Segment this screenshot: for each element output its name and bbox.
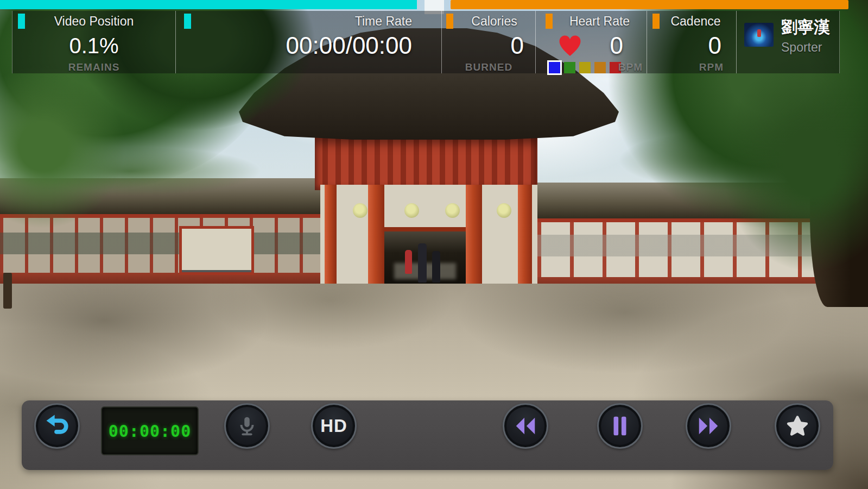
shrine-gate (320, 185, 537, 292)
panel-user: 劉寧漢 Sporter (736, 11, 840, 73)
panel-crest (497, 203, 511, 218)
hr-zone-square-2 (564, 62, 575, 73)
heart-rate-value: 0 (610, 33, 623, 59)
heart-icon (556, 33, 584, 59)
video-position-value: 0.1% (12, 34, 175, 58)
cadence-sub: RPM (699, 61, 724, 73)
hr-zone-square-3 (579, 62, 591, 73)
pause-button[interactable] (597, 403, 643, 449)
playback-control-bar: 00:00:00 HD (22, 400, 833, 470)
star-icon (785, 413, 810, 438)
gate-pillar (518, 185, 532, 292)
panel-cadence: Cadence 0 RPM (647, 11, 737, 73)
time-rate-label: Time Rate (355, 14, 412, 29)
person (432, 251, 440, 283)
user-avatar (744, 23, 774, 47)
heart-rate-label: Heart Rate (552, 14, 647, 29)
progress-bar-orange (451, 0, 848, 9)
panel-heart-rate: Heart Rate 0 BPM (535, 11, 647, 73)
heart-rate-sub: BPM (618, 61, 643, 73)
notice-board (179, 226, 254, 275)
calories-sub: BURNED (442, 61, 536, 73)
stats-overlay-bar: Video Position 0.1% REMAINS Time Rate 00… (12, 11, 840, 73)
hr-zone-scale (549, 62, 621, 73)
workout-timer: 00:00:00 (101, 406, 199, 455)
person (418, 243, 427, 283)
pause-icon (607, 413, 632, 438)
panel-crest (353, 203, 368, 218)
gate-pillar (325, 185, 337, 292)
person (405, 250, 412, 274)
fast-forward-icon (696, 413, 721, 438)
gate-pillar (368, 185, 384, 292)
calories-value: 0 (511, 33, 524, 59)
hd-quality-button[interactable]: HD (311, 403, 357, 449)
back-icon (43, 412, 71, 440)
foliage-right (722, 54, 868, 272)
video-position-sub: REMAINS (12, 61, 175, 73)
workout-timer-value: 00:00:00 (109, 422, 192, 441)
cadence-value: 0 (708, 33, 721, 59)
gate-pillar (466, 185, 482, 292)
back-button[interactable] (34, 403, 80, 449)
video-position-label: Video Position (12, 14, 175, 29)
workout-video-screen: Video Position 0.1% REMAINS Time Rate 00… (0, 0, 868, 489)
mic-icon (235, 413, 259, 438)
progress-bar-cyan (0, 0, 417, 9)
cadence-label: Cadence (655, 14, 737, 29)
mic-button[interactable] (224, 403, 270, 449)
hr-zone-square-4 (594, 62, 606, 73)
hr-zone-square-1 (549, 62, 560, 73)
hd-label: HD (320, 416, 347, 436)
stone-post (3, 273, 12, 309)
panel-video-position: Video Position 0.1% REMAINS (12, 11, 175, 73)
time-rate-value: 00:00/00:00 (286, 33, 412, 59)
gate-upper-storey (315, 136, 537, 190)
cyan-marker (184, 14, 191, 29)
user-name: 劉寧漢 (781, 16, 830, 39)
panel-calories: Calories 0 BURNED (441, 11, 536, 73)
panel-time-rate: Time Rate 00:00/00:00 (175, 11, 442, 73)
favorite-button[interactable] (775, 403, 820, 449)
panel-crest (445, 203, 460, 218)
calories-label: Calories (453, 14, 536, 29)
rewind-icon (513, 413, 538, 438)
panel-crest (404, 203, 419, 218)
user-role: Sporter (781, 40, 822, 55)
rewind-button[interactable] (503, 403, 548, 449)
fast-forward-button[interactable] (686, 403, 731, 449)
